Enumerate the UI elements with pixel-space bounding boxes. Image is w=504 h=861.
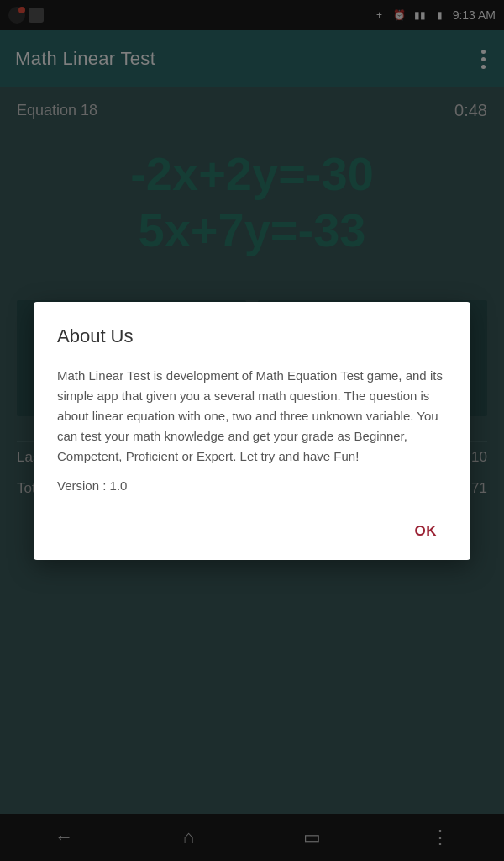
- dialog-ok-button[interactable]: OK: [405, 516, 448, 547]
- dialog-title: About Us: [57, 325, 447, 347]
- dialog-overlay: About Us Math Linear Test is development…: [0, 0, 504, 861]
- dialog-body: Math Linear Test is development of Math …: [57, 366, 447, 467]
- about-dialog: About Us Math Linear Test is development…: [34, 302, 470, 560]
- dialog-version: Version : 1.0: [57, 478, 447, 493]
- dialog-actions: OK: [57, 510, 447, 547]
